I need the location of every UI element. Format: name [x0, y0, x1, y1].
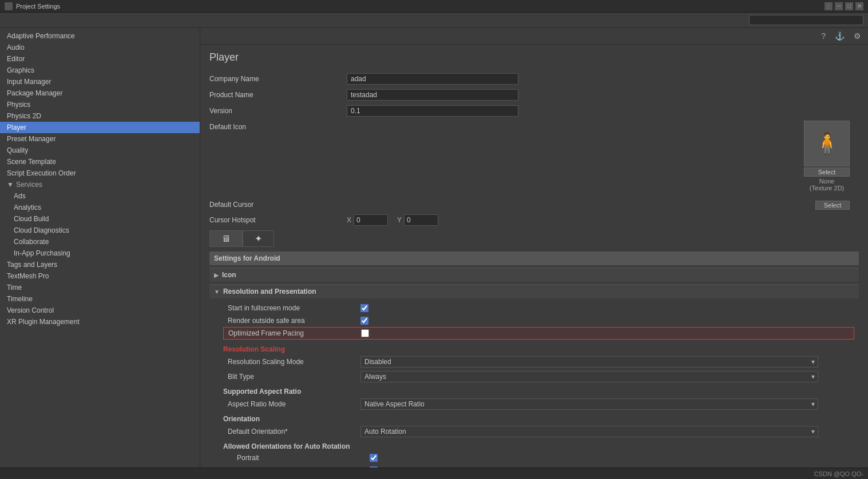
title-bar-icon: [5, 2, 13, 10]
resolution-scaling-mode-wrapper: Disabled Fixed DPI Native: [360, 356, 818, 368]
portrait-control: [370, 454, 854, 462]
start-fullscreen-label: Start in fullscreen mode: [223, 304, 360, 312]
sidebar-item-in-app-purchasing[interactable]: In-App Purchasing: [0, 248, 200, 259]
sidebar-item-physics-2d[interactable]: Physics 2D: [0, 110, 200, 122]
sidebar-item-analytics[interactable]: Analytics: [0, 202, 200, 213]
start-fullscreen-checkbox[interactable]: [360, 304, 368, 312]
sidebar-item-collaborate[interactable]: Collaborate: [0, 236, 200, 248]
title-bar-text: Project Settings: [16, 3, 825, 10]
aspect-ratio-mode-row: Aspect Ratio Mode Native Aspect Ratio 4:…: [223, 397, 854, 412]
sidebar-item-physics[interactable]: Physics: [0, 99, 200, 110]
product-name-row: Product Name: [209, 89, 859, 101]
start-fullscreen-row: Start in fullscreen mode: [223, 302, 854, 314]
icon-section-header[interactable]: Icon: [209, 268, 859, 282]
hotspot-fields: X Y: [347, 214, 859, 226]
search-input[interactable]: [749, 15, 863, 25]
sidebar-item-xr-plugin-management[interactable]: XR Plugin Management: [0, 316, 200, 328]
platform-tab-android[interactable]: ✦: [243, 230, 274, 247]
sidebar: Adaptive Performance Audio Editor Graphi…: [0, 28, 200, 468]
sidebar-item-time[interactable]: Time: [0, 282, 200, 293]
resolution-section: Resolution and Presentation Start in ful…: [209, 284, 859, 468]
sidebar-item-audio[interactable]: Audio: [0, 42, 200, 53]
optimized-frame-pacing-control: [361, 329, 854, 337]
sidebar-item-ads[interactable]: Ads: [0, 190, 200, 202]
sidebar-item-quality[interactable]: Quality: [0, 145, 200, 156]
title-bar-minimize-btn[interactable]: ─: [835, 2, 843, 10]
default-icon-thumbnail: 🧍: [804, 121, 850, 166]
sidebar-group-services-label: Services: [16, 181, 42, 189]
default-icon-select-btn[interactable]: Select: [804, 167, 850, 177]
resolution-scaling-mode-select[interactable]: Disabled Fixed DPI Native: [360, 356, 818, 368]
aspect-ratio-mode-select[interactable]: Native Aspect Ratio 4:3 16:9 Custom: [360, 398, 818, 410]
sidebar-item-adaptive-performance[interactable]: Adaptive Performance: [0, 30, 200, 42]
allowed-orientations-label: Allowed Orientations for Auto Rotation: [223, 439, 854, 452]
sidebar-item-cloud-diagnostics[interactable]: Cloud Diagnostics: [0, 225, 200, 236]
blit-type-label: Blit Type: [223, 373, 360, 381]
default-orientation-select[interactable]: Auto Rotation Portrait Portrait Upside D…: [360, 426, 818, 437]
settings-gear-button[interactable]: ⚙: [851, 30, 863, 42]
sidebar-item-cloud-build[interactable]: Cloud Build: [0, 213, 200, 225]
sidebar-item-timeline[interactable]: Timeline: [0, 293, 200, 305]
version-input[interactable]: [347, 105, 518, 117]
sidebar-item-script-execution-order[interactable]: Script Execution Order: [0, 167, 200, 179]
help-button[interactable]: ?: [819, 30, 828, 42]
default-icon-area: Default Icon 🧍 Select None (Texture 2D): [209, 121, 859, 191]
hotspot-x-input[interactable]: [354, 214, 388, 226]
sidebar-item-input-manager[interactable]: Input Manager: [0, 76, 200, 87]
resolution-scaling-mode-label: Resolution Scaling Mode: [223, 358, 360, 366]
sidebar-item-scene-template[interactable]: Scene Template: [0, 156, 200, 167]
cursor-hotspot-label: Cursor Hotspot: [209, 216, 347, 224]
sidebar-item-editor[interactable]: Editor: [0, 53, 200, 65]
portrait-checkbox[interactable]: [370, 454, 378, 462]
render-safe-area-control: [360, 317, 854, 325]
resolution-scaling-label: Resolution Scaling: [223, 342, 854, 354]
sidebar-item-player[interactable]: Player: [0, 122, 200, 133]
render-safe-area-checkbox[interactable]: [360, 317, 368, 325]
blit-type-select[interactable]: Always Never Auto: [360, 371, 818, 382]
icon-section: Icon: [209, 268, 859, 282]
platform-tab-standalone[interactable]: 🖥: [209, 230, 243, 247]
icon-none-label: None: [819, 178, 834, 185]
content-toolbar: ? ⚓ ⚙: [200, 28, 868, 45]
default-cursor-label: Default Cursor: [209, 201, 347, 209]
optimized-frame-pacing-checkbox[interactable]: [361, 329, 369, 337]
hotspot-y-input[interactable]: [404, 214, 438, 226]
title-bar-maximize-btn[interactable]: □: [845, 2, 853, 10]
blit-type-wrapper: Always Never Auto: [360, 371, 818, 382]
company-name-input[interactable]: [347, 73, 518, 85]
status-bar: CSDN @QO QO-: [0, 468, 868, 479]
sidebar-item-tags-and-layers[interactable]: Tags and Layers: [0, 259, 200, 270]
page-title: Player: [209, 51, 859, 63]
sidebar-item-graphics[interactable]: Graphics: [0, 65, 200, 76]
render-safe-area-row: Render outside safe area: [223, 314, 854, 327]
product-name-label: Product Name: [209, 91, 347, 99]
title-bar-close-btn[interactable]: ✕: [855, 2, 863, 10]
title-bar-menu-btn[interactable]: ⋮: [825, 2, 833, 10]
start-fullscreen-control: [360, 304, 854, 312]
icon-thumb-area: 🧍 Select None (Texture 2D): [804, 121, 850, 191]
aspect-ratio-mode-wrapper: Native Aspect Ratio 4:3 16:9 Custom: [360, 398, 818, 410]
resolution-section-header[interactable]: Resolution and Presentation: [209, 284, 859, 298]
company-name-row: Company Name: [209, 73, 859, 85]
cursor-select-btn[interactable]: Select: [815, 201, 850, 210]
sidebar-item-version-control[interactable]: Version Control: [0, 305, 200, 316]
title-bar-controls: ⋮ ─ □ ✕: [825, 2, 863, 10]
resolution-section-content: Start in fullscreen mode Render outside …: [209, 298, 859, 468]
sidebar-item-preset-manager[interactable]: Preset Manager: [0, 133, 200, 145]
content-scroll: Player Company Name Product Name Version…: [200, 45, 868, 468]
aspect-ratio-mode-label: Aspect Ratio Mode: [223, 400, 360, 408]
services-arrow-icon: [7, 181, 14, 189]
cursor-hotspot-row: Cursor Hotspot X Y: [209, 214, 859, 226]
sidebar-group-services[interactable]: Services: [0, 179, 200, 190]
default-orientation-row: Default Orientation* Auto Rotation Portr…: [223, 424, 854, 439]
resolution-section-arrow: [214, 289, 220, 295]
product-name-input[interactable]: [347, 89, 518, 101]
sidebar-item-package-manager[interactable]: Package Manager: [0, 87, 200, 99]
android-icon: ✦: [255, 233, 262, 244]
sidebar-item-textmesh-pro[interactable]: TextMesh Pro: [0, 270, 200, 282]
hotspot-y-field: Y: [397, 214, 438, 226]
dock-button[interactable]: ⚓: [833, 30, 847, 42]
hotspot-y-label: Y: [397, 216, 402, 224]
default-icon-label: Default Icon: [209, 121, 347, 191]
title-bar: Project Settings ⋮ ─ □ ✕: [0, 0, 868, 13]
